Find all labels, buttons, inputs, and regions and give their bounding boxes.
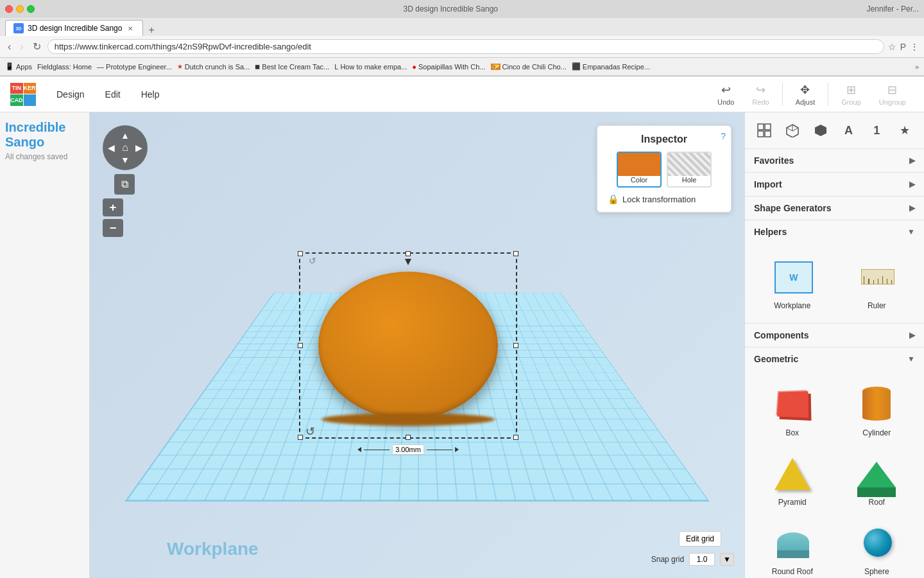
nav-home-icon[interactable]: ⌂ xyxy=(122,142,128,153)
zoom-out-button[interactable]: − xyxy=(103,219,123,237)
extensions-icon[interactable]: ⋮ xyxy=(910,42,919,52)
snap-value-input[interactable] xyxy=(689,553,715,566)
inspector-help-button[interactable]: ? xyxy=(721,131,726,141)
helpers-label: Helpers xyxy=(754,227,787,237)
pyramid-shape-item[interactable]: Pyramid xyxy=(753,448,832,512)
sphere-shape-item[interactable]: Sphere xyxy=(837,517,917,578)
new-tab-button[interactable]: + xyxy=(143,24,159,36)
dim-arrow-left xyxy=(357,447,361,452)
edit-grid-button[interactable]: Edit grid xyxy=(679,531,721,547)
nav-left-arrow[interactable]: ◀ xyxy=(108,143,115,153)
box-shape-item[interactable]: Box xyxy=(753,378,832,442)
geometric-header[interactable]: Geometric xyxy=(745,347,924,371)
svg-marker-8 xyxy=(815,125,826,136)
reload-button[interactable]: ↻ xyxy=(30,39,44,54)
save-status: All changes saved xyxy=(5,152,84,161)
svg-rect-3 xyxy=(765,131,771,137)
tab-close-button[interactable]: ✕ xyxy=(126,24,135,33)
cylinder-label: Cylinder xyxy=(862,428,891,437)
nav-design[interactable]: Design xyxy=(46,84,95,105)
helpers-header[interactable]: Helpers xyxy=(745,220,924,243)
back-button[interactable]: ‹ xyxy=(5,40,13,54)
favorites-section: Favorites xyxy=(745,149,924,173)
pyramid-icon xyxy=(774,458,810,490)
geometric-section: Geometric Box xyxy=(745,347,924,578)
bookmark-empanadas2[interactable]: ⬛ Empanadas Recipe... xyxy=(572,62,650,71)
resize-handle-tr[interactable] xyxy=(513,251,518,256)
canvas-area[interactable]: ↺ ↺ 3.00mm Workplane ▲ xyxy=(90,112,744,578)
lock-icon: 🔒 xyxy=(608,194,619,204)
nav-down-arrow[interactable]: ▼ xyxy=(121,155,130,165)
zoom-in-button[interactable]: + xyxy=(103,198,123,216)
ungroup-button[interactable]: ⊟ Ungroup xyxy=(871,79,914,110)
bookmark-sopaipillas[interactable]: ● Sopaipillas With Ch... xyxy=(412,63,485,71)
round-roof-label: Round Roof xyxy=(772,567,813,576)
nav-edit[interactable]: Edit xyxy=(95,84,131,105)
bookmark-cinco[interactable]: 🌮 Cinco de Chili Cho... xyxy=(491,63,567,71)
forward-button[interactable]: › xyxy=(17,40,26,54)
helpers-grid: W Workplane xyxy=(745,243,924,323)
adjust-button[interactable]: ✥ Adjust xyxy=(788,79,823,110)
minimize-window-button[interactable] xyxy=(16,5,24,13)
bookmark-fieldglass[interactable]: Fieldglass: Home xyxy=(37,63,92,71)
lock-transformation-row[interactable]: 🔒 Lock transformation xyxy=(608,194,721,204)
round-roof-shape-item[interactable]: Round Roof xyxy=(753,517,832,578)
cylinder-shape-item[interactable]: Cylinder xyxy=(837,378,917,442)
color-button[interactable]: Color xyxy=(617,152,662,188)
reset-view-button[interactable]: ⧉ xyxy=(114,174,135,195)
roof-shape-item[interactable]: Roof xyxy=(837,448,917,512)
components-section: Components xyxy=(745,324,924,347)
workplane-label: Workplane xyxy=(167,539,259,559)
dimension-value[interactable]: 3.00mm xyxy=(392,444,424,455)
bookmark-star-icon[interactable]: ☆ xyxy=(888,42,896,52)
tab-title: 3D design Incredible Sango xyxy=(28,24,122,33)
resize-handle-br[interactable] xyxy=(513,435,518,440)
rotate-handle-tr[interactable]: ↺ xyxy=(309,256,316,266)
favorites-view-button[interactable]: ★ xyxy=(892,118,918,143)
active-tab[interactable]: 3D 3D design Incredible Sango ✕ xyxy=(5,20,143,36)
nav-orbit-control[interactable]: ▲ ▼ ◀ ▶ ⌂ xyxy=(103,125,148,170)
snap-stepper-button[interactable]: ▼ xyxy=(720,553,734,566)
number-view-button[interactable]: 1 xyxy=(864,118,889,143)
resize-handle-lm[interactable] xyxy=(298,343,303,348)
shape-generators-header[interactable]: Shape Generators xyxy=(745,197,924,220)
resize-handle-tm[interactable] xyxy=(406,251,411,256)
components-header[interactable]: Components xyxy=(745,324,924,347)
nav-controls: ▲ ▼ ◀ ▶ ⌂ ⧉ + − xyxy=(103,125,148,237)
cube-view-button[interactable] xyxy=(780,118,805,143)
grid-view-button[interactable] xyxy=(751,118,777,143)
resize-handle-rm[interactable] xyxy=(513,343,518,348)
nav-up-arrow[interactable]: ▲ xyxy=(121,130,130,141)
app-header: TIN KER CAD Design Edit Help ↩ Undo ↪ Re… xyxy=(0,76,924,112)
bookmark-dutch[interactable]: ★ Dutch crunch is Sa... xyxy=(177,63,250,71)
disc-container[interactable]: ↺ ↺ 3.00mm xyxy=(318,272,498,419)
reset-view-icon: ⧉ xyxy=(121,179,128,190)
geometric-chevron xyxy=(907,355,915,363)
maximize-window-button[interactable] xyxy=(27,5,35,13)
resize-handle-bm[interactable] xyxy=(406,435,411,440)
bookmark-icecream[interactable]: ◼ Best Ice Cream Tac... xyxy=(255,63,329,71)
workplane-shape-item[interactable]: W Workplane xyxy=(753,251,832,315)
pinterest-icon[interactable]: P xyxy=(900,42,906,52)
group-button[interactable]: ⊞ Group xyxy=(834,79,869,110)
url-input[interactable] xyxy=(47,39,884,54)
bookmark-apps[interactable]: 📱 Apps xyxy=(5,62,32,71)
nav-right-arrow[interactable]: ▶ xyxy=(135,143,142,153)
more-bookmarks-button[interactable]: » xyxy=(915,63,919,71)
redo-button[interactable]: ↪ Redo xyxy=(744,79,776,110)
hex-view-button[interactable] xyxy=(808,118,834,143)
favorites-header[interactable]: Favorites xyxy=(745,149,924,172)
rotate-handle-bl[interactable]: ↺ xyxy=(305,425,315,439)
bookmark-prototype[interactable]: — Prototype Engineer... xyxy=(97,63,172,71)
text-view-button[interactable]: A xyxy=(835,118,861,143)
hole-button[interactable]: Hole xyxy=(667,152,712,188)
undo-button[interactable]: ↩ Undo xyxy=(710,79,742,110)
ruler-shape-item[interactable]: Ruler xyxy=(837,251,917,315)
resize-handle-tl[interactable] xyxy=(298,251,303,256)
import-header[interactable]: Import xyxy=(745,173,924,196)
close-window-button[interactable] xyxy=(5,5,13,13)
resize-handle-bl[interactable] xyxy=(298,435,303,440)
nav-help[interactable]: Help xyxy=(131,84,170,105)
app: TIN KER CAD Design Edit Help ↩ Undo ↪ Re… xyxy=(0,76,924,578)
bookmark-empanada[interactable]: L How to make empa... xyxy=(334,63,407,71)
